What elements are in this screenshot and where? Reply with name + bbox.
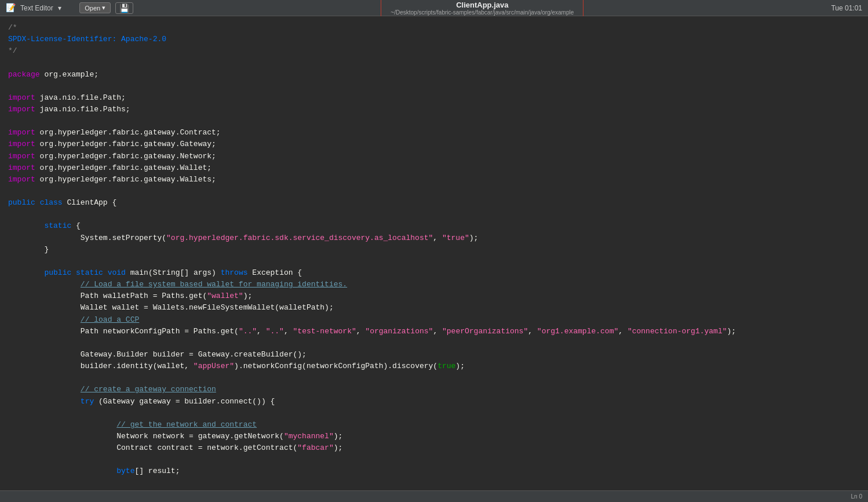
code-editor[interactable]: /* SPDX-License-Identifier: Apache-2.0 *… (0, 16, 868, 490)
app-icon: 📝 (6, 3, 16, 13)
topbar-left: 📝 Text Editor ▾ Open ▾ 💾 (6, 2, 133, 14)
app-menu[interactable]: ▾ (58, 4, 61, 12)
topbar-title-box: ClientApp.java ~/Desktop/scripts/fabric-… (381, 0, 583, 17)
topbar-center: ClientApp.java ~/Desktop/scripts/fabric-… (381, 0, 583, 17)
save-button[interactable]: 💾 (115, 2, 133, 14)
line-number: Ln 0 (851, 493, 862, 500)
topbar-clock: Tue 01:01 (831, 4, 862, 12)
file-name: ClientApp.java (456, 1, 508, 9)
file-path: ~/Desktop/scripts/fabric-samples/fabcar/… (391, 9, 574, 16)
app-name: Text Editor (20, 4, 53, 12)
topbar: 📝 Text Editor ▾ Open ▾ 💾 ClientApp.java … (0, 0, 868, 16)
open-button[interactable]: Open ▾ (79, 2, 111, 13)
bottombar: Ln 0 (0, 490, 868, 502)
